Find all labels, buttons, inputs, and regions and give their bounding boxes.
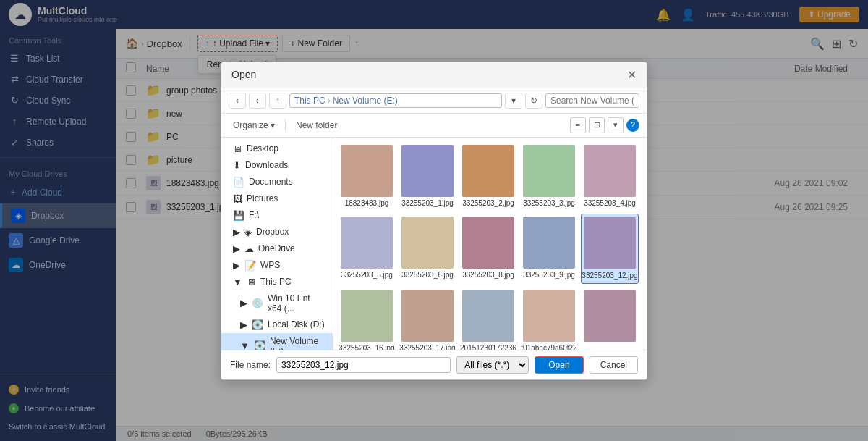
filename-input[interactable] bbox=[276, 357, 451, 373]
thumb-item[interactable]: 33255203_17.jpg bbox=[399, 287, 456, 350]
view-icon-details[interactable]: ⊞ bbox=[589, 117, 605, 133]
thumb-item[interactable]: 33255203_5.jpg bbox=[338, 214, 396, 284]
thumb-item[interactable]: 33255203_9.jpg bbox=[520, 214, 578, 284]
cancel-button[interactable]: Cancel bbox=[590, 356, 638, 374]
dialog-title-bar: Open ✕ bbox=[221, 62, 647, 88]
new-folder-dialog-button[interactable]: New folder bbox=[292, 119, 341, 132]
thumb-item[interactable]: t01abbc79a60f2231a6.jpg bbox=[520, 287, 578, 350]
open-dialog: Open ✕ ‹ › ↑ This PC › New Volume (E:) ▾… bbox=[221, 62, 647, 380]
dialog-footer: File name: All files (*.*) Open Cancel bbox=[221, 350, 647, 379]
ds-item-local-disk-d[interactable]: ▶💽Local Disk (D:) bbox=[221, 316, 333, 333]
thumb-item[interactable]: 33255203_4.jpg bbox=[581, 142, 639, 211]
ds-item-dropbox[interactable]: ▶◈Dropbox bbox=[221, 224, 333, 240]
thumb-item[interactable]: 33255203_16.jpg bbox=[338, 287, 396, 350]
thumb-item[interactable]: 33255203_8.jpg bbox=[459, 214, 517, 284]
thumb-item[interactable]: 33255203_2.jpg bbox=[459, 142, 517, 211]
ds-item-onedrive[interactable]: ▶☁OneDrive bbox=[221, 240, 333, 257]
thumb-item[interactable]: 2015123017223649505.jpg bbox=[459, 287, 517, 350]
nav-dropdown-button[interactable]: ▾ bbox=[505, 93, 522, 109]
ds-item-pictures[interactable]: 🖼Pictures bbox=[221, 190, 333, 207]
dialog-content: 🖥Desktop ⬇Downloads 📄Documents 🖼Pictures… bbox=[221, 138, 647, 350]
ds-item-downloads[interactable]: ⬇Downloads bbox=[221, 157, 333, 174]
dialog-close-button[interactable]: ✕ bbox=[627, 68, 637, 82]
view-icon-list[interactable]: ≡ bbox=[570, 117, 586, 133]
nav-back-button[interactable]: ‹ bbox=[229, 93, 246, 109]
open-button[interactable]: Open bbox=[535, 356, 583, 374]
dialog-overlay: Open ✕ ‹ › ↑ This PC › New Volume (E:) ▾… bbox=[0, 0, 868, 441]
ds-item-new-volume-e[interactable]: ▼💽New Volume (E:) bbox=[221, 333, 333, 350]
dialog-toolbar: Organize ▾ New folder ≡ ⊞ ▾ ? bbox=[221, 114, 647, 138]
dialog-sidebar: 🖥Desktop ⬇Downloads 📄Documents 🖼Pictures… bbox=[221, 138, 333, 350]
thumb-item[interactable]: 33255203_6.jpg bbox=[399, 214, 456, 284]
ds-item-fi[interactable]: 💾F:\ bbox=[221, 207, 333, 224]
thumb-item[interactable] bbox=[581, 287, 639, 350]
organize-button[interactable]: Organize ▾ bbox=[229, 119, 279, 132]
nav-refresh-button[interactable]: ↻ bbox=[525, 93, 542, 109]
dialog-search-input[interactable] bbox=[545, 93, 639, 108]
thumb-item[interactable]: 18823483.jpg bbox=[338, 142, 396, 211]
ds-item-this-pc[interactable]: ▼🖥This PC bbox=[221, 274, 333, 290]
ds-item-documents[interactable]: 📄Documents bbox=[221, 174, 333, 190]
filetype-select[interactable]: All files (*.*) bbox=[456, 356, 529, 374]
path-seg-newvol[interactable]: New Volume (E:) bbox=[333, 96, 398, 106]
dialog-nav: ‹ › ↑ This PC › New Volume (E:) ▾ ↻ bbox=[221, 88, 647, 114]
path-seg-thispc[interactable]: This PC bbox=[294, 96, 326, 106]
thumb-item[interactable]: 33255203_3.jpg bbox=[520, 142, 578, 211]
thumb-item-selected[interactable]: 33255203_12.jpg bbox=[581, 214, 639, 284]
dialog-files: 18823483.jpg 33255203_1.jpg 33255203_2.j… bbox=[333, 138, 647, 350]
thumb-item[interactable]: 33255203_1.jpg bbox=[399, 142, 456, 211]
help-button[interactable]: ? bbox=[626, 119, 639, 132]
ds-item-wps[interactable]: ▶📝WPS bbox=[221, 257, 333, 274]
view-dropdown-button[interactable]: ▾ bbox=[608, 117, 624, 133]
ds-item-desktop[interactable]: 🖥Desktop bbox=[221, 140, 333, 157]
dialog-title: Open bbox=[231, 69, 256, 80]
filename-label: File name: bbox=[230, 360, 271, 370]
nav-forward-button[interactable]: › bbox=[249, 93, 266, 109]
ds-item-win10[interactable]: ▶💿Win 10 Ent x64 (... bbox=[221, 290, 333, 316]
path-bar: This PC › New Volume (E:) bbox=[289, 93, 502, 108]
nav-up-button[interactable]: ↑ bbox=[269, 93, 286, 109]
